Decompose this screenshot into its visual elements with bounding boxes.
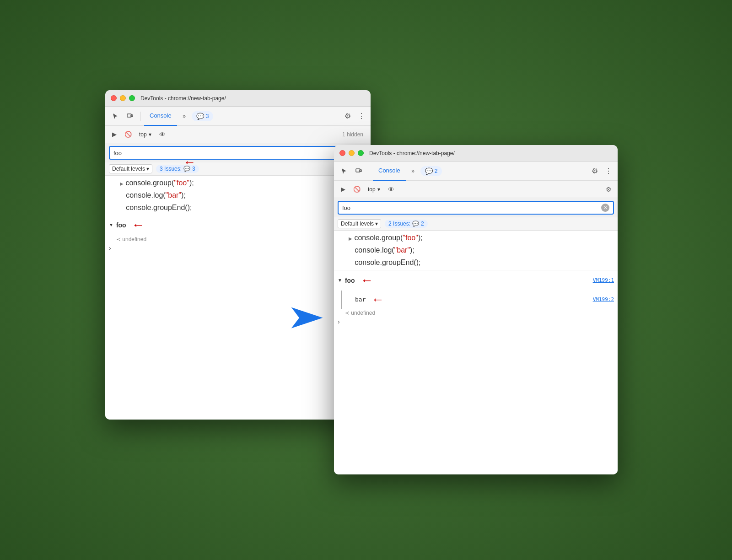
toolbar-separator-right	[369, 167, 369, 176]
left-group-row: ▼ foo ← VM111	[105, 215, 371, 235]
cursor-icon-right[interactable]	[338, 165, 350, 178]
chevron-down-icon-left: ▾	[149, 131, 151, 138]
group-label-left: foo	[116, 221, 126, 229]
left-title-bar: DevTools - chrome://new-tab-page/	[105, 90, 371, 107]
left-undefined-line: ≺ undefined	[105, 235, 371, 243]
right-console-toolbar2: ▶ 🚫 top ▾ 👁 ⚙	[334, 181, 618, 198]
more-tabs-icon-right[interactable]: »	[408, 166, 419, 177]
chevron-down-icon-right: ▾	[377, 186, 380, 193]
settings-icon-left[interactable]: ⚙	[341, 110, 354, 123]
left-main-toolbar: Console » 💬 3 ⚙ ⋮	[105, 107, 371, 126]
right-search-bar[interactable]: ✕	[338, 201, 614, 215]
code-line-1: ▶ console.group("foo");	[120, 177, 367, 189]
code-line-3: console.groupEnd();	[120, 201, 367, 214]
three-dots-right[interactable]: ⋮	[603, 166, 614, 177]
close-button-right[interactable]	[339, 150, 345, 156]
blue-arrow: ➤	[288, 301, 323, 334]
scene: DevTools - chrome://new-tab-page/	[92, 63, 640, 497]
expand-icon-left[interactable]: ▶	[120, 181, 124, 186]
bar-label-right: bar	[355, 296, 366, 303]
left-console-toolbar2: ▶ 🚫 top ▾ 👁 1 hidden	[105, 126, 371, 143]
left-prompt[interactable]: ›	[105, 243, 371, 253]
more-tabs-icon[interactable]: »	[179, 111, 190, 122]
code-line-2: console.log("bar");	[120, 189, 367, 201]
left-console-body: ▶ console.group("foo"); console.log("bar…	[105, 176, 371, 420]
red-arrow-search-left: ←	[183, 155, 196, 170]
console-tab-left[interactable]: Console	[144, 107, 177, 126]
right-bar-row: bar ← VM199:2	[341, 291, 618, 309]
right-window-content: Console » 💬 2 ⚙ ⋮ ▶ 🚫 top ▾ 👁 ⚙	[334, 162, 618, 474]
console-tab-right[interactable]: Console	[373, 162, 406, 181]
no-icon-left[interactable]: 🚫	[123, 129, 134, 140]
hidden-count-left: 1 hidden	[342, 131, 367, 138]
top-dropdown-right[interactable]: top ▾	[365, 185, 383, 194]
group-chevron-left[interactable]: ▼	[109, 222, 113, 227]
expand-icon-right[interactable]: ▶	[349, 236, 352, 241]
traffic-lights-left	[111, 95, 135, 101]
play-icon-right[interactable]: ▶	[338, 184, 349, 195]
right-prompt[interactable]: ›	[334, 317, 618, 326]
maximize-button-left[interactable]	[129, 95, 135, 101]
default-levels-left[interactable]: Default levels ▾	[109, 164, 152, 173]
chat-icon-left: 💬	[196, 113, 204, 120]
levels-chevron-right: ▾	[375, 221, 378, 227]
message-badge-right: 💬 2	[420, 166, 442, 176]
device-icon-right[interactable]	[352, 165, 365, 178]
settings-icon-right[interactable]: ⚙	[588, 165, 601, 178]
eye-icon-right[interactable]: 👁	[386, 184, 397, 195]
right-group-row: ▼ foo ← VM199:1	[334, 270, 618, 291]
right-code-block: ▶ console.group("foo"); console.log("bar…	[334, 231, 618, 270]
red-arrow-bar-right: ←	[371, 292, 384, 307]
left-filter-bar: Default levels ▾ 3 Issues: 💬 3	[105, 162, 371, 176]
right-filter-bar: Default levels ▾ 2 Issues: 💬 2	[334, 217, 618, 231]
left-devtools-window: DevTools - chrome://new-tab-page/	[105, 90, 371, 420]
left-search-bar[interactable]: ✕	[109, 146, 367, 160]
device-icon[interactable]	[124, 110, 136, 123]
left-code-block: ▶ console.group("foo"); console.log("bar…	[105, 176, 371, 215]
svg-rect-1	[131, 115, 133, 117]
search-input-right[interactable]	[342, 205, 598, 211]
right-console-body: ▶ console.group("foo"); console.log("bar…	[334, 231, 618, 474]
gear-icon-right[interactable]: ⚙	[603, 184, 614, 195]
right-code-line-2: console.log("bar");	[349, 244, 614, 256]
top-dropdown-left[interactable]: top ▾	[136, 130, 154, 139]
right-title-bar: DevTools - chrome://new-tab-page/	[334, 145, 618, 162]
three-dots-left[interactable]: ⋮	[356, 111, 367, 122]
search-input-left[interactable]	[113, 150, 351, 156]
left-window-content: Console » 💬 3 ⚙ ⋮ ▶ 🚫 top ▾ 👁 1 hi	[105, 107, 371, 420]
right-undefined-line: ≺ undefined	[334, 309, 618, 317]
svg-rect-3	[360, 170, 361, 172]
no-icon-right[interactable]: 🚫	[351, 184, 362, 195]
close-button-left[interactable]	[111, 95, 117, 101]
traffic-lights-right	[339, 150, 364, 156]
right-main-toolbar: Console » 💬 2 ⚙ ⋮	[334, 162, 618, 181]
issues-badge-right[interactable]: 2 Issues: 💬 2	[385, 220, 428, 228]
levels-chevron-left: ▾	[146, 166, 149, 172]
vm-ref1-right[interactable]: VM199:1	[593, 277, 614, 283]
minimize-button-right[interactable]	[349, 150, 355, 156]
vm-ref2-right[interactable]: VM199:2	[593, 296, 614, 302]
group-label-right: foo	[345, 277, 355, 284]
message-badge-left: 💬 3	[192, 111, 214, 121]
minimize-button-left[interactable]	[120, 95, 126, 101]
toolbar-separator	[140, 112, 140, 121]
cursor-icon[interactable]	[109, 110, 122, 123]
play-icon-left[interactable]: ▶	[109, 129, 120, 140]
red-arrow-group-left: ←	[132, 218, 145, 232]
left-window-title: DevTools - chrome://new-tab-page/	[140, 95, 226, 102]
maximize-button-right[interactable]	[358, 150, 364, 156]
eye-icon-left[interactable]: 👁	[157, 129, 168, 140]
default-levels-right[interactable]: Default levels ▾	[338, 219, 381, 228]
right-code-line-3: console.groupEnd();	[349, 256, 614, 269]
right-devtools-window: DevTools - chrome://new-tab-page/	[334, 145, 618, 474]
search-clear-right[interactable]: ✕	[601, 204, 609, 212]
right-window-title: DevTools - chrome://new-tab-page/	[369, 150, 455, 156]
issues-chat-icon-right: 💬	[412, 221, 419, 227]
red-arrow-group-right: ←	[361, 273, 373, 288]
right-code-line-1: ▶ console.group("foo");	[349, 232, 614, 244]
chat-icon-right: 💬	[425, 167, 433, 175]
group-chevron-right[interactable]: ▼	[338, 278, 342, 283]
